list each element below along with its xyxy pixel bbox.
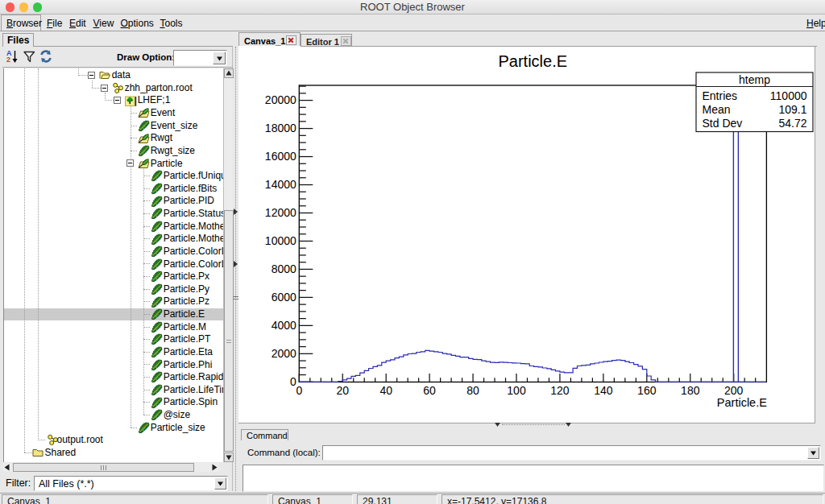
- svg-text:2000: 2000: [272, 347, 296, 360]
- svg-text:14000: 14000: [265, 178, 296, 191]
- svg-text:8000: 8000: [272, 262, 296, 275]
- svg-text:18000: 18000: [265, 122, 296, 134]
- svg-text:140: 140: [594, 384, 613, 397]
- svg-text:40: 40: [379, 384, 392, 397]
- svg-text:16000: 16000: [265, 150, 296, 163]
- svg-text:0: 0: [296, 384, 302, 397]
- svg-text:54.72: 54.72: [778, 117, 806, 130]
- svg-text:80: 80: [466, 384, 479, 397]
- svg-text:200: 200: [724, 384, 744, 397]
- svg-text:20000: 20000: [265, 93, 296, 106]
- svg-text:4000: 4000: [272, 319, 296, 332]
- svg-text:100: 100: [507, 384, 526, 397]
- svg-text:109.1: 109.1: [778, 103, 806, 116]
- svg-text:htemp: htemp: [739, 73, 770, 86]
- svg-text:Particle.E: Particle.E: [499, 52, 568, 70]
- svg-text:120: 120: [550, 384, 570, 397]
- svg-text:110000: 110000: [770, 89, 807, 102]
- svg-text:Entries: Entries: [703, 89, 738, 102]
- svg-text:Particle.E: Particle.E: [717, 396, 767, 409]
- svg-text:20: 20: [336, 384, 349, 397]
- svg-text:Std Dev: Std Dev: [703, 117, 743, 130]
- svg-text:12000: 12000: [265, 206, 296, 219]
- svg-text:180: 180: [681, 384, 700, 397]
- svg-text:Mean: Mean: [703, 103, 731, 116]
- svg-text:10000: 10000: [265, 234, 296, 247]
- svg-text:6000: 6000: [272, 291, 296, 304]
- svg-text:160: 160: [637, 384, 657, 397]
- svg-text:60: 60: [423, 384, 436, 397]
